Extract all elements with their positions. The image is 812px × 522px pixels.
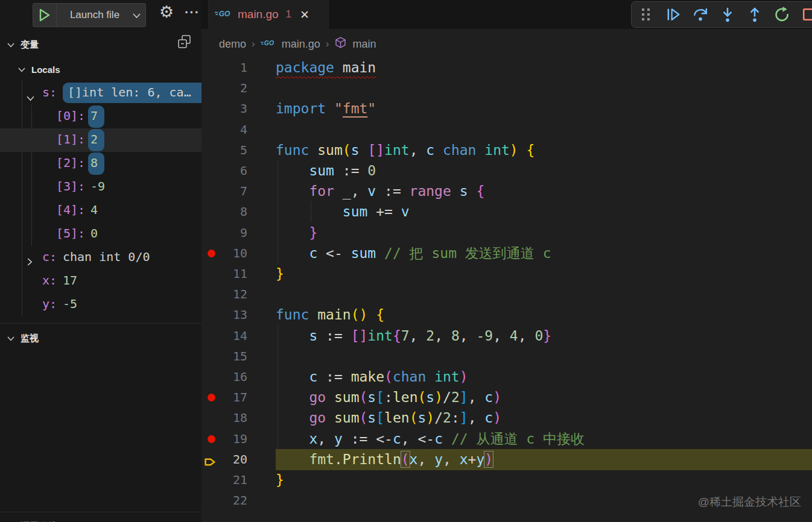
- code-line-10[interactable]: 10 c <- sum // 把 sum 发送到通道 c: [201, 243, 812, 264]
- code-line-14[interactable]: 14 s := []int{7, 2, 8, -9, 4, 0}: [201, 325, 812, 347]
- code-line-8[interactable]: 8 sum += v: [201, 201, 812, 222]
- code-line-11[interactable]: 11}: [201, 263, 812, 285]
- launch-config-button[interactable]: Launch file: [33, 3, 146, 27]
- more-actions-icon[interactable]: ···: [185, 5, 200, 20]
- code-text: go sum(s[:len(s)/2], c): [276, 387, 501, 408]
- line-number[interactable]: 5: [201, 140, 247, 161]
- code-text: }: [276, 222, 317, 244]
- variable-row-s[interactable]: s:[]int len: 6, ca…: [0, 81, 201, 105]
- line-number[interactable]: 15: [201, 346, 247, 367]
- code-line-21[interactable]: 21}: [201, 470, 812, 491]
- code-text: fmt.Println(x, y, x+y): [276, 449, 493, 470]
- code-line-4[interactable]: 4: [201, 119, 812, 140]
- line-number[interactable]: 12: [201, 284, 247, 305]
- locals-scope-header[interactable]: Locals: [0, 59, 201, 80]
- code-line-19[interactable]: 19 x, y := <-c, <-c // 从通道 c 中接收: [201, 429, 812, 450]
- callstack-section-header[interactable]: 调用堆栈: [0, 516, 201, 522]
- line-number[interactable]: 22: [201, 490, 247, 511]
- variable-row-3[interactable]: [3]:-9: [0, 175, 201, 199]
- variable-name: [2]:: [56, 156, 85, 170]
- line-number[interactable]: 13: [201, 304, 247, 325]
- code-line-5[interactable]: 5func sum(s []int, c chan int) {: [201, 140, 812, 161]
- variable-value: -9: [90, 179, 105, 193]
- code-line-20[interactable]: 20 fmt.Println(x, y, x+y): [201, 449, 812, 470]
- launch-config-label: Launch file: [57, 9, 133, 21]
- code-text: sum += v: [276, 201, 410, 222]
- variable-row-1[interactable]: [1]:2: [0, 128, 201, 152]
- variable-row-2[interactable]: [2]:8: [0, 152, 201, 175]
- variable-name: [5]:: [56, 226, 85, 241]
- chevron-down-icon: [18, 67, 25, 72]
- watch-section-label: 监视: [21, 333, 39, 344]
- variable-value: 7: [90, 108, 98, 123]
- code-text: x, y := <-c, <-c // 从通道 c 中接收: [276, 429, 585, 450]
- variable-row-4[interactable]: [4]:4: [0, 199, 201, 222]
- code-editor[interactable]: 1package main23import "fmt"45func sum(s …: [201, 0, 812, 522]
- line-number[interactable]: 8: [201, 201, 247, 222]
- code-line-1[interactable]: 1package main: [201, 57, 812, 78]
- variable-value: 0: [90, 226, 98, 241]
- variable-name: c:: [42, 250, 57, 264]
- code-text: func main() {: [276, 304, 384, 325]
- line-number[interactable]: 6: [201, 160, 247, 181]
- code-line-2[interactable]: 2: [201, 78, 812, 99]
- variables-section-label: 变量: [21, 39, 39, 51]
- line-number[interactable]: 20: [201, 449, 247, 470]
- line-number[interactable]: 17: [201, 387, 247, 408]
- line-number[interactable]: 7: [201, 181, 247, 202]
- locals-scope-label: Locals: [31, 64, 60, 75]
- variable-name: [4]:: [56, 203, 85, 217]
- code-line-13[interactable]: 13func main() {: [201, 304, 812, 325]
- line-number[interactable]: 16: [201, 366, 247, 388]
- code-line-17[interactable]: 17 go sum(s[:len(s)/2], c): [201, 387, 812, 408]
- chevron-right-icon[interactable]: [27, 254, 33, 269]
- watch-section-header[interactable]: 监视: [0, 328, 201, 348]
- line-number[interactable]: 3: [201, 98, 247, 119]
- code-line-7[interactable]: 7 for _, v := range s {: [201, 181, 812, 202]
- code-line-9[interactable]: 9 }: [201, 222, 812, 244]
- code-line-16[interactable]: 16 c := make(chan int): [201, 366, 812, 388]
- line-number[interactable]: 19: [201, 429, 247, 450]
- line-number[interactable]: 4: [201, 119, 247, 140]
- variable-row-y[interactable]: y:-5: [0, 293, 201, 316]
- line-number[interactable]: 21: [201, 470, 247, 491]
- variable-value: 2: [90, 132, 98, 146]
- variable-row-x[interactable]: x:17: [0, 269, 201, 293]
- chevron-down-icon[interactable]: [27, 90, 34, 104]
- line-number[interactable]: 2: [201, 78, 247, 99]
- line-number[interactable]: 14: [201, 325, 247, 347]
- line-number[interactable]: 10: [201, 243, 247, 264]
- variable-value: 4: [90, 203, 98, 217]
- code-text: for _, v := range s {: [276, 181, 484, 202]
- section-divider: [0, 323, 201, 324]
- variable-value: -5: [63, 297, 77, 311]
- code-text: go sum(s[len(s)/2:], c): [276, 407, 501, 429]
- code-line-6[interactable]: 6 sum := 0: [201, 160, 812, 181]
- editor-area: GO main.go 1 ✕: [201, 0, 812, 522]
- variable-row-5[interactable]: [5]:0: [0, 222, 201, 246]
- variable-row-0[interactable]: [0]:7: [0, 105, 201, 128]
- collapse-all-icon[interactable]: [176, 34, 193, 53]
- watermark: @稀土掘金技术社区: [698, 494, 801, 510]
- line-number[interactable]: 9: [201, 222, 247, 244]
- variable-name: [1]:: [56, 132, 85, 146]
- code-line-15[interactable]: 15: [201, 346, 812, 367]
- code-text: sum := 0: [276, 160, 376, 181]
- variable-name: [0]:: [56, 108, 85, 123]
- debug-sidebar: Launch file ⚙ ··· 变量 Locals: [0, 0, 202, 522]
- code-text: package main: [276, 57, 376, 78]
- variable-row-c[interactable]: c:chan int 0/0: [0, 246, 201, 269]
- start-debug-icon[interactable]: [33, 4, 57, 27]
- code-line-3[interactable]: 3import "fmt": [201, 98, 812, 119]
- variable-value: 17: [63, 273, 77, 288]
- line-number[interactable]: 1: [201, 57, 247, 78]
- line-number[interactable]: 11: [201, 263, 247, 285]
- code-text: import "fmt": [276, 98, 376, 119]
- code-text: func sum(s []int, c chan int) {: [276, 140, 534, 161]
- line-number[interactable]: 18: [201, 407, 247, 429]
- code-line-12[interactable]: 12: [201, 284, 812, 305]
- variables-section-header[interactable]: 变量: [0, 34, 201, 55]
- gear-icon[interactable]: ⚙: [159, 2, 174, 22]
- code-line-18[interactable]: 18 go sum(s[len(s)/2:], c): [201, 407, 812, 429]
- variable-value: chan int 0/0: [63, 250, 150, 264]
